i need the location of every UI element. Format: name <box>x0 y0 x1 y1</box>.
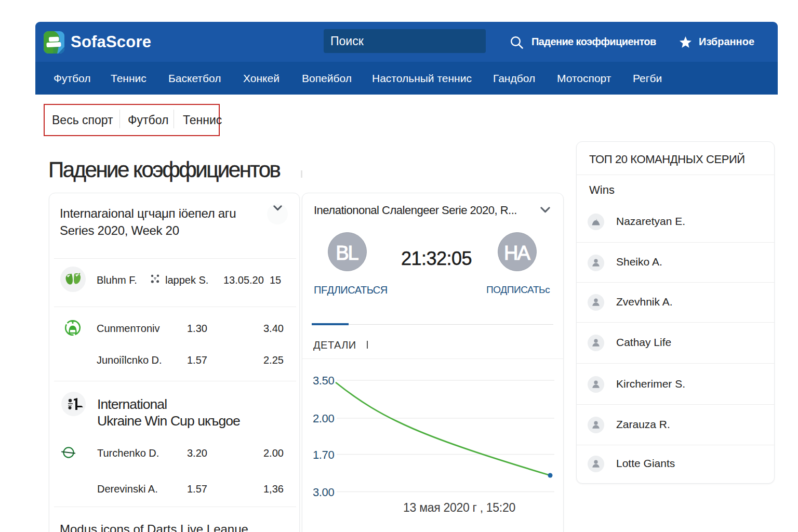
svg-text:2.00: 2.00 <box>313 412 334 425</box>
svg-text:3.50: 3.50 <box>313 374 334 387</box>
svg-text:13 мая 2020 г , 15:20: 13 мая 2020 г , 15:20 <box>403 501 515 514</box>
svg-text:3.00: 3.00 <box>313 486 334 499</box>
svg-text:1.70: 1.70 <box>313 448 334 461</box>
